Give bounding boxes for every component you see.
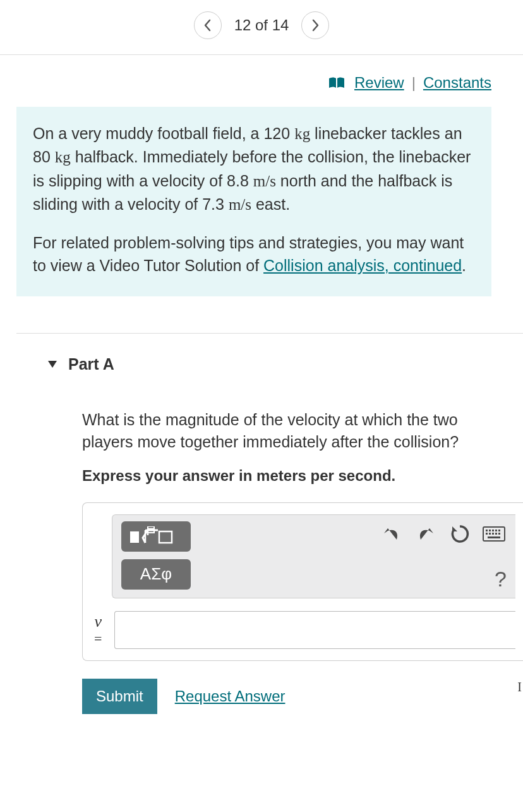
help-button[interactable]: ? <box>495 567 507 591</box>
action-row: Submit Request Answer <box>82 679 523 714</box>
reset-icon <box>450 524 470 544</box>
variable-label: v = <box>94 613 102 646</box>
problem-paragraph-2: For related problem-solving tips and str… <box>33 231 475 277</box>
svg-rect-14 <box>488 536 500 538</box>
prev-button[interactable] <box>194 11 222 39</box>
question-block: What is the magnitude of the velocity at… <box>82 409 491 485</box>
part-header[interactable]: Part A <box>16 333 523 392</box>
unit-ms: m/s <box>253 173 276 190</box>
request-answer-link[interactable]: Request Answer <box>175 688 286 705</box>
next-button[interactable] <box>301 11 329 39</box>
unit-ms: m/s <box>229 196 251 213</box>
unit-kg: kg <box>55 148 71 166</box>
review-link[interactable]: Review <box>354 74 404 92</box>
text: On a very muddy football field, a 120 <box>33 124 294 142</box>
constants-link[interactable]: Constants <box>423 74 491 92</box>
variable-symbol: v <box>94 613 102 631</box>
equation-toolbar: ΑΣφ ? <box>112 514 515 598</box>
svg-rect-11 <box>492 533 494 535</box>
svg-rect-0 <box>130 531 139 543</box>
keyboard-button[interactable] <box>481 521 507 547</box>
svg-rect-8 <box>498 530 500 531</box>
submit-button[interactable]: Submit <box>82 679 157 714</box>
answer-input[interactable] <box>114 611 515 649</box>
chevron-left-icon <box>203 18 213 32</box>
redo-icon <box>416 524 436 543</box>
templates-button[interactable] <box>121 521 191 552</box>
problem-paragraph-1: On a very muddy football field, a 120 kg… <box>33 122 475 216</box>
greek-label: ΑΣφ <box>140 564 172 584</box>
text-cursor-icon: I <box>517 680 522 694</box>
svg-rect-6 <box>492 530 494 531</box>
answer-input-row: v = <box>94 611 515 649</box>
book-icon <box>328 76 346 89</box>
undo-icon <box>382 524 402 543</box>
keyboard-icon <box>483 526 505 542</box>
greek-symbols-button[interactable]: ΑΣφ <box>121 559 191 590</box>
svg-rect-5 <box>489 530 491 531</box>
resource-links: Review | Constants <box>0 55 523 107</box>
part-label: Part A <box>68 355 114 373</box>
svg-rect-12 <box>495 533 497 535</box>
chevron-right-icon <box>310 18 320 32</box>
reset-button[interactable] <box>447 521 472 547</box>
collapse-triangle-icon <box>48 361 57 368</box>
svg-rect-7 <box>495 530 497 531</box>
text: . <box>462 257 466 274</box>
pagination-label: 12 of 14 <box>234 16 289 34</box>
svg-rect-10 <box>489 533 491 535</box>
link-separator: | <box>412 74 416 92</box>
equals-symbol: = <box>94 631 102 646</box>
text: east. <box>251 195 290 213</box>
svg-rect-9 <box>486 533 488 535</box>
redo-button[interactable] <box>413 521 438 547</box>
problem-statement: On a very muddy football field, a 120 kg… <box>16 107 491 296</box>
unit-kg: kg <box>294 125 310 142</box>
svg-rect-4 <box>486 530 488 531</box>
undo-button[interactable] <box>379 521 404 547</box>
template-icon <box>129 526 183 547</box>
pagination-bar: 12 of 14 <box>0 0 523 55</box>
answer-container: ΑΣφ ? <box>82 502 523 661</box>
question-instruction: Express your answer in meters per second… <box>82 467 491 485</box>
video-tutor-link[interactable]: Collision analysis, continued <box>263 257 462 274</box>
question-text: What is the magnitude of the velocity at… <box>82 409 491 453</box>
svg-rect-2 <box>159 531 172 543</box>
svg-rect-13 <box>498 533 500 535</box>
